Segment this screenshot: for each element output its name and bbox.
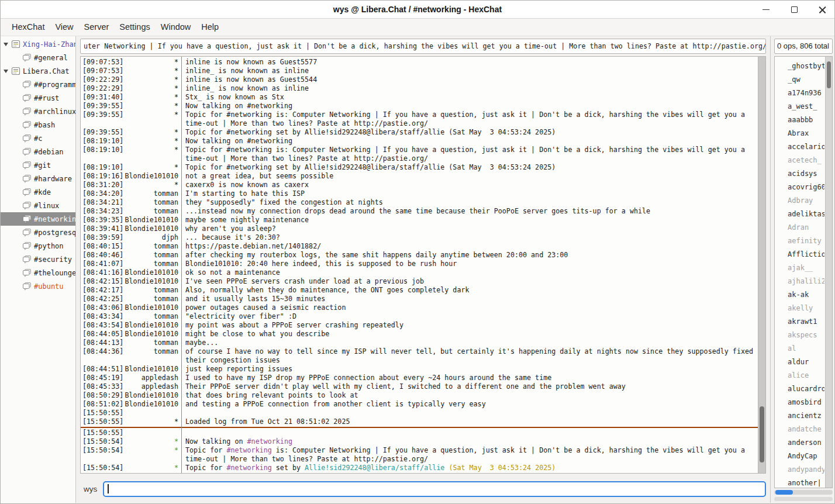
message-segment: "electricity over fiber" :D: [185, 312, 296, 320]
user-list-item[interactable]: andatche: [788, 423, 824, 436]
tree-item-rust[interactable]: ##rust: [1, 91, 75, 105]
tree-item-debian[interactable]: #debian: [1, 145, 75, 158]
user-list-item[interactable]: accelario: [788, 140, 824, 154]
user-list-item[interactable]: a_west_: [788, 100, 824, 113]
timestamp: [08:34:21]: [81, 198, 124, 207]
user-list-item[interactable]: Adbray: [788, 194, 824, 208]
maximize-button[interactable]: [788, 4, 801, 16]
user-list-item[interactable]: andypandy: [788, 463, 824, 477]
user-list-item[interactable]: aaabbb: [788, 113, 824, 127]
chat-line: [08:42:17]tommanAlso, normally when they…: [81, 286, 758, 295]
user-list-item[interactable]: another|: [788, 477, 824, 488]
tree-item-bash[interactable]: #bash: [1, 118, 75, 132]
message: Topic for #networking set by Allie!sid29…: [181, 128, 758, 137]
user-list-hscrollbar[interactable]: [774, 490, 833, 495]
tree-item-archlinux[interactable]: #archlinux: [1, 105, 75, 118]
message-segment: Topic for #networking is: Computer Netwo…: [185, 146, 749, 163]
user-list-item[interactable]: Adran: [788, 221, 824, 234]
message-segment: (Sat May 3 04:53:24 2025): [448, 464, 555, 472]
tree-item-kde[interactable]: #kde: [1, 185, 75, 199]
menu-window[interactable]: Window: [156, 19, 196, 36]
menu-help[interactable]: Help: [196, 19, 224, 36]
timestamp: [08:44:36]: [81, 347, 124, 365]
user-list-item[interactable]: amosbird: [788, 396, 824, 409]
channel-icon: [22, 188, 32, 196]
tree-item-thelounge[interactable]: #thelounge: [1, 266, 75, 279]
menu-settings[interactable]: Settings: [114, 19, 155, 36]
chat-scrollbar-thumb[interactable]: [760, 406, 764, 462]
user-list-item[interactable]: aefinity: [788, 234, 824, 248]
tree-item-libera-chat[interactable]: Libera.Chat: [1, 64, 75, 78]
message-segment: ... because it's 20:30?: [185, 233, 280, 241]
tree-item-git[interactable]: #git: [1, 158, 75, 172]
user-list-hscrollbar-thumb[interactable]: [775, 490, 793, 495]
nick: *: [124, 464, 181, 472]
message: just keep reporting issues: [181, 365, 758, 374]
minimize-button[interactable]: [760, 4, 772, 16]
user-list-item[interactable]: ak-ak: [788, 288, 824, 302]
tree-item-ubuntu[interactable]: #ubuntu: [1, 279, 75, 293]
menu-hexchat[interactable]: HexChat: [6, 19, 50, 36]
message-segment: Stx_ is now known as Stx: [185, 93, 284, 101]
user-list-item[interactable]: alucardro: [788, 382, 824, 396]
message-segment: maybe some nightly maintenance: [185, 216, 309, 224]
message: "electricity over fiber" :D: [181, 312, 758, 321]
user-list-item[interactable]: Affliction: [788, 248, 824, 261]
timestamp: [08:44:51]: [81, 365, 124, 374]
channel-icon: [22, 80, 32, 89]
user-list-item[interactable]: AndyCap: [788, 450, 824, 463]
nick: tomman: [124, 260, 181, 268]
channel-icon: [22, 268, 32, 277]
tree-item-c[interactable]: #c: [1, 132, 75, 145]
message: power outages caused a seismic reaction: [181, 303, 758, 312]
user-list-hscrollbar-track2[interactable]: [774, 497, 833, 501]
nick: tomman: [124, 242, 181, 251]
topic-input[interactable]: uter Networking | If you have a question…: [80, 39, 766, 54]
user-list-item[interactable]: akrawt1: [788, 315, 824, 329]
user-list-item[interactable]: aldur: [788, 355, 824, 369]
user-list-item[interactable]: ajak__: [788, 261, 824, 275]
user-list-item[interactable]: akspecs: [788, 329, 824, 342]
channel-icon: [22, 147, 32, 156]
message: inline is now known as Guest5577: [181, 58, 758, 67]
user-list-item[interactable]: anderson: [788, 436, 824, 450]
user-list-scrollbar-thumb[interactable]: [827, 61, 831, 88]
nick: *: [124, 146, 181, 163]
message: https://paste.debian.net/1401882/: [181, 242, 758, 251]
tree-item-linux[interactable]: #linux: [1, 199, 75, 212]
user-list-item[interactable]: acovrig60: [788, 181, 824, 194]
user-list-item[interactable]: acidsys: [788, 167, 824, 181]
user-list-item[interactable]: _qw: [788, 73, 824, 87]
tree-item-networking[interactable]: #networking: [1, 212, 75, 226]
menu-server[interactable]: Server: [79, 19, 115, 36]
tree-item-python[interactable]: #python: [1, 239, 75, 253]
expander-icon[interactable]: [4, 70, 8, 73]
user-list-item[interactable]: al: [788, 342, 824, 355]
tree-item-general[interactable]: #general: [1, 51, 75, 64]
timestamp: [08:50:29]: [81, 391, 124, 400]
close-button[interactable]: [816, 4, 829, 16]
chat-line: [08:50:29]Blondie101010that does bring r…: [81, 391, 758, 400]
menu-view[interactable]: View: [50, 19, 78, 36]
user-list-item[interactable]: a174n936: [788, 87, 824, 100]
user-list-item[interactable]: ajhalili2: [788, 275, 824, 288]
user-list-scrollbar[interactable]: [825, 57, 832, 488]
tree-item-programming[interactable]: ##programming: [1, 78, 75, 91]
user-list-item[interactable]: ancientz: [788, 409, 824, 423]
expander-icon[interactable]: [4, 43, 8, 46]
user-list-item[interactable]: _ghostbyt: [788, 60, 824, 73]
user-list-item[interactable]: Abrax: [788, 127, 824, 140]
user-list-item[interactable]: alice: [788, 369, 824, 382]
chat-scrollbar[interactable]: [758, 57, 765, 473]
user-list-item[interactable]: akelly: [788, 302, 824, 315]
channel-icon: [22, 134, 32, 143]
tree-item-xing-hai-zhang[interactable]: Xing-Hai-Zhang: [1, 37, 75, 51]
tree-item-postgresql[interactable]: #postgresql: [1, 226, 75, 239]
user-list-item[interactable]: adeliktas: [788, 208, 824, 221]
tree-item-hardware[interactable]: #hardware: [1, 172, 75, 185]
nick: [124, 409, 181, 417]
tree-item-security[interactable]: #security: [1, 253, 75, 266]
chat-line: [15:50:55]: [81, 429, 758, 437]
message-input[interactable]: [103, 481, 766, 497]
user-list-item[interactable]: acetech_: [788, 154, 824, 167]
